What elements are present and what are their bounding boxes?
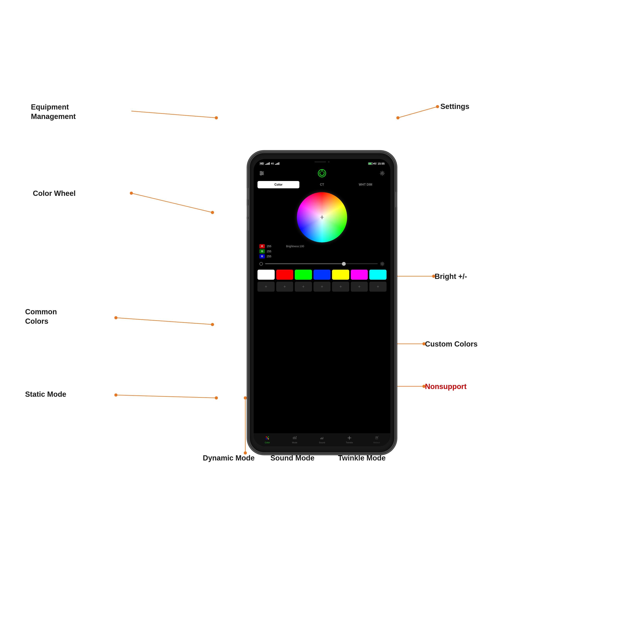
swatch-yellow[interactable] — [332, 270, 349, 280]
annotation-text-static-mode: Static Mode — [25, 390, 66, 398]
svg-line-47 — [383, 263, 384, 263]
tab-color[interactable]: Color — [257, 181, 299, 188]
mode-icon — [292, 435, 297, 441]
custom-slot-3[interactable]: + — [295, 282, 312, 292]
app-header — [254, 167, 390, 179]
bottom-navigation: Color — [254, 433, 390, 446]
slider-thumb[interactable] — [342, 262, 346, 266]
nav-meteor-label: Meteor — [373, 441, 380, 444]
nav-color[interactable]: Color — [254, 435, 281, 444]
brightness-min-icon — [259, 262, 263, 266]
svg-point-57 — [293, 437, 294, 438]
swatch-red[interactable] — [276, 270, 293, 280]
svg-point-22 — [244, 396, 247, 399]
annotation-text-dynamic-mode: Dynamic Mode — [203, 454, 255, 462]
annotation-text-common-colors: CommonColors — [25, 307, 57, 326]
custom-slot-5[interactable]: + — [332, 282, 349, 292]
svg-point-49 — [268, 436, 269, 438]
svg-line-18 — [116, 395, 216, 398]
annotation-text-color-wheel: Color Wheel — [33, 189, 76, 198]
rgb-row-g: G 255 — [259, 249, 385, 253]
camera-dot — [328, 161, 330, 163]
annotation-text-twinkle-mode: Twinkle Mode — [338, 454, 386, 462]
g-value: 255 — [267, 250, 273, 253]
svg-point-36 — [262, 173, 263, 174]
svg-line-46 — [381, 265, 381, 265]
brightness-max-icon — [380, 262, 385, 266]
svg-line-12 — [116, 318, 212, 325]
svg-point-38 — [381, 172, 383, 174]
svg-line-3 — [398, 107, 438, 118]
r-value: 255 — [267, 245, 273, 248]
svg-point-67 — [349, 438, 350, 438]
time-display: 15:55 — [378, 162, 385, 165]
tab-wht-dim[interactable]: WHT DIM — [345, 181, 387, 188]
notch — [307, 159, 337, 165]
annotation-dynamic-mode: Dynamic Mode — [203, 454, 255, 462]
nav-sound[interactable]: Sound — [308, 435, 336, 444]
battery-percent: 82 — [374, 162, 376, 165]
svg-point-50 — [266, 438, 267, 439]
annotation-color-wheel: Color Wheel — [33, 189, 76, 198]
annotation-twinkle-mode: Twinkle Mode — [338, 454, 386, 462]
svg-line-44 — [381, 263, 381, 263]
slider-fill — [265, 263, 344, 264]
equipment-management-button[interactable] — [258, 170, 265, 177]
g-label: G — [259, 249, 265, 253]
power-button[interactable] — [318, 169, 326, 177]
custom-slot-1[interactable]: + — [257, 282, 275, 292]
signal-icon — [265, 162, 270, 165]
color-wheel-crosshair — [320, 215, 324, 219]
mode-tabs: Color CT WHT DIM — [254, 179, 390, 190]
b-label: B — [259, 254, 265, 258]
annotation-text-bright: Bright +/- — [435, 272, 467, 281]
svg-point-13 — [211, 323, 214, 326]
battery-icon — [368, 162, 373, 165]
tab-ct[interactable]: CT — [301, 181, 343, 188]
color-wheel-section — [254, 190, 390, 243]
svg-line-6 — [131, 193, 212, 212]
swatch-cyan[interactable] — [369, 270, 387, 280]
speaker-grille — [314, 161, 326, 162]
custom-slot-7[interactable]: + — [369, 282, 387, 292]
swatch-magenta[interactable] — [351, 270, 368, 280]
brightness-label: Brightness:100 — [286, 245, 304, 248]
swatch-white[interactable] — [257, 270, 275, 280]
nav-meteor[interactable]: Meteor — [363, 435, 390, 444]
rgb-row-b: B 255 — [259, 254, 385, 258]
custom-slot-6[interactable]: + — [351, 282, 368, 292]
svg-point-51 — [268, 438, 269, 439]
custom-slot-2[interactable]: + — [276, 282, 293, 292]
nav-twinkle[interactable]: Twinkle — [336, 435, 363, 444]
color-wheel[interactable] — [297, 192, 347, 242]
annotation-text-equipment: EquipmentManagement — [31, 102, 76, 121]
brightness-section — [254, 260, 390, 268]
svg-line-0 — [131, 111, 216, 118]
svg-point-11 — [114, 316, 117, 319]
svg-point-48 — [266, 436, 267, 438]
svg-point-19 — [215, 396, 218, 399]
swatch-blue[interactable] — [314, 270, 331, 280]
svg-point-37 — [260, 174, 262, 175]
settings-button[interactable] — [379, 170, 386, 177]
annotation-nonsupport: Nonsupport — [425, 382, 466, 391]
svg-point-1 — [215, 116, 218, 119]
svg-point-59 — [295, 437, 296, 438]
svg-point-2 — [436, 105, 439, 108]
brightness-slider[interactable] — [265, 263, 378, 264]
swatch-green[interactable] — [295, 270, 312, 280]
annotation-text-sound-mode: Sound Mode — [270, 454, 314, 462]
rgb-section: R 255 Brightness:100 G 255 B 255 — [254, 243, 390, 260]
svg-point-52 — [267, 438, 268, 438]
svg-point-7 — [211, 211, 214, 214]
meteor-icon — [374, 435, 379, 441]
annotation-bright: Bright +/- — [435, 272, 467, 281]
custom-slot-4[interactable]: + — [314, 282, 331, 292]
common-color-swatches — [257, 270, 387, 280]
color-palette-icon — [265, 435, 270, 441]
svg-point-58 — [294, 437, 295, 437]
svg-point-17 — [114, 393, 117, 397]
nav-color-label: Color — [265, 441, 270, 444]
nav-mode[interactable]: Mode — [281, 435, 308, 444]
svg-point-35 — [260, 171, 262, 172]
